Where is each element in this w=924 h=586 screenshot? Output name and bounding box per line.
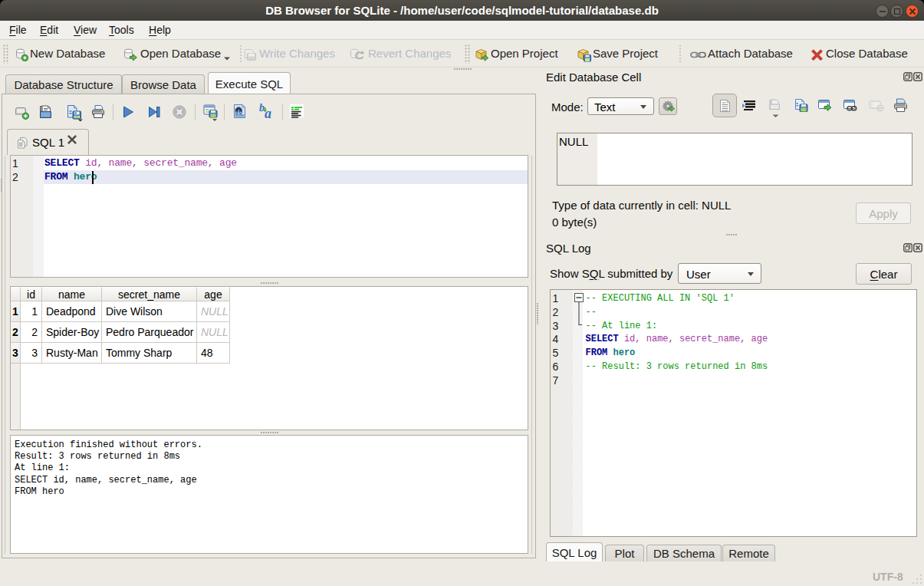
svg-text:b: b <box>259 102 265 114</box>
